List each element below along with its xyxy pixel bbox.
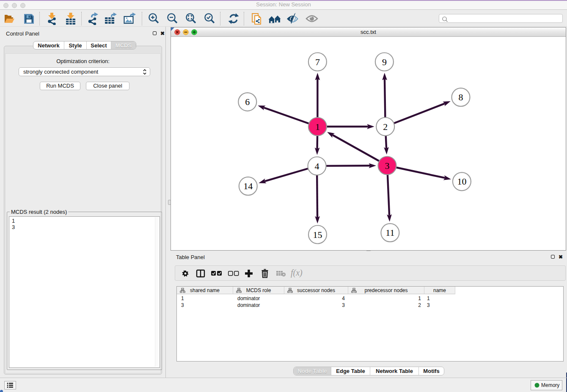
svg-text:6: 6 (245, 97, 250, 107)
svg-text:8: 8 (459, 92, 463, 102)
svg-text:9: 9 (382, 57, 387, 67)
svg-text:7: 7 (315, 57, 320, 67)
svg-text:11: 11 (385, 227, 394, 238)
svg-text:2: 2 (383, 121, 388, 132)
svg-text:4: 4 (315, 161, 319, 171)
svg-text:15: 15 (313, 229, 322, 240)
svg-text:1: 1 (315, 121, 320, 132)
svg-text:3: 3 (385, 160, 390, 171)
svg-text:10: 10 (457, 176, 466, 187)
svg-text:14: 14 (243, 181, 253, 191)
